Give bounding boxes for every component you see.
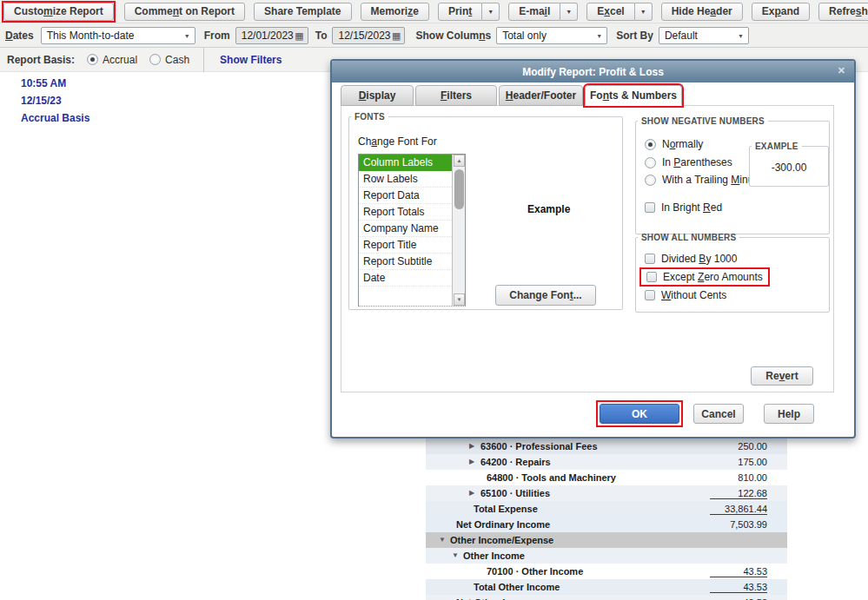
in-parentheses-radio-label[interactable]: In Parentheses (662, 156, 732, 168)
sort-by-label: Sort By (616, 30, 653, 42)
normally-radio[interactable] (645, 139, 656, 150)
print-button[interactable]: Print (438, 3, 482, 21)
report-row-label: 64200 · Repairs (480, 457, 551, 467)
dialog-titlebar: Modify Report: Profit & Loss ✕ (332, 61, 854, 82)
list-item[interactable]: Column Labels (359, 155, 452, 171)
share-template-button[interactable]: Share Template (254, 3, 351, 21)
tab-filters[interactable]: Filters (415, 85, 497, 106)
without-cents-checkbox-label[interactable]: Without Cents (661, 289, 726, 301)
expand-button[interactable]: Expand (752, 3, 810, 21)
report-row-label: 70100 · Other Income (487, 566, 583, 577)
table-row: Net Other Income 43.53 (426, 595, 787, 600)
change-font-button[interactable]: Change Font... (495, 285, 596, 306)
report-row-label: Total Other Income (474, 582, 560, 592)
except-zero-amounts-checkbox[interactable] (646, 272, 657, 282)
listbox-scrollbar[interactable]: ▲ ▼ (452, 155, 465, 306)
ok-annotation-box: OK (596, 400, 683, 427)
divided-by-1000-checkbox-label[interactable]: Divided By 1000 (661, 253, 737, 265)
in-bright-red-checkbox-label[interactable]: In Bright Red (661, 201, 722, 214)
report-row-label: 64800 · Tools and Machinery (487, 472, 616, 483)
profit-loss-report-rows: ▶ 63600 · Professional Fees 250.00 ▶ 642… (426, 438, 787, 600)
collapse-arrow-icon[interactable]: ▼ (439, 537, 446, 544)
list-item[interactable]: Date (359, 270, 452, 287)
font-target-listbox[interactable]: Column Labels Row Labels Report Data Rep… (358, 154, 466, 307)
report-row-value: 810.00 (738, 472, 767, 483)
trailing-minus-radio[interactable] (645, 175, 656, 186)
expand-arrow-icon[interactable]: ▶ (469, 490, 474, 497)
scrollbar-thumb[interactable] (454, 169, 464, 209)
tab-display[interactable]: Display (341, 85, 414, 106)
cash-radio[interactable] (149, 54, 161, 65)
report-time: 10:55 AM (21, 77, 66, 89)
from-label: From (204, 30, 230, 42)
divided-by-1000-checkbox[interactable] (645, 254, 655, 264)
report-basis-text: Accrual Basis (21, 112, 89, 124)
customize-report-button[interactable]: Customize Report (3, 3, 114, 21)
help-button[interactable]: Help (764, 404, 814, 424)
from-date-value: 12/01/2023 (242, 30, 294, 42)
sort-by-dropdown[interactable]: Default ▼ (659, 27, 749, 44)
email-dropdown-arrow-icon[interactable]: ▼ (560, 3, 578, 21)
calendar-icon[interactable]: ▦ (392, 30, 401, 42)
tab-fonts-numbers[interactable]: Fonts & Numbers (585, 85, 682, 106)
negative-example-value: -300.00 (750, 162, 828, 174)
refresh-button[interactable]: Refresh (818, 3, 868, 21)
normally-radio-label[interactable]: Normally (662, 138, 703, 150)
excel-split-button: Excel ▼ (586, 3, 652, 21)
list-item[interactable]: Report Subtitle (359, 254, 452, 270)
hide-header-button[interactable]: Hide Header (661, 3, 743, 21)
table-row: ▶ 65100 · Utilities 122.68 (426, 485, 787, 501)
expand-arrow-icon[interactable]: ▶ (469, 443, 474, 450)
in-parentheses-radio[interactable] (645, 157, 656, 168)
print-dropdown-arrow-icon[interactable]: ▼ (482, 3, 500, 21)
ok-button[interactable]: OK (600, 404, 679, 424)
chevron-down-icon: ▼ (184, 33, 190, 39)
scroll-down-icon[interactable]: ▼ (454, 293, 465, 306)
negative-example-legend: EXAMPLE (752, 142, 802, 151)
except-zero-amounts-checkbox-label[interactable]: Except Zero Amounts (663, 271, 763, 283)
without-cents-checkbox[interactable] (645, 290, 655, 300)
dates-label: Dates (5, 30, 34, 42)
chevron-down-icon: ▼ (738, 33, 744, 39)
close-icon[interactable]: ✕ (838, 65, 845, 76)
table-row: ▶ 63600 · Professional Fees 250.00 (426, 438, 787, 454)
accrual-radio-label[interactable]: Accrual (103, 54, 137, 66)
report-row-label: 63600 · Professional Fees (480, 441, 598, 452)
excel-button[interactable]: Excel (586, 3, 634, 21)
report-row-label: Other Income (463, 551, 525, 561)
list-item[interactable]: Company Name (359, 221, 452, 237)
show-columns-dropdown[interactable]: Total only ▼ (496, 27, 607, 44)
scroll-up-icon[interactable]: ▲ (454, 155, 465, 167)
divider (203, 48, 204, 72)
memorize-button[interactable]: Memorize (361, 3, 429, 21)
except-zero-annotation-box: Except Zero Amounts (639, 267, 770, 287)
modify-report-dialog: Modify Report: Profit & Loss ✕ Display F… (330, 59, 856, 438)
cancel-button[interactable]: Cancel (693, 404, 744, 424)
to-date-value: 12/15/2023 (338, 30, 390, 42)
list-item[interactable]: Report Totals (359, 204, 452, 221)
calendar-icon[interactable]: ▦ (295, 30, 303, 42)
dates-dropdown[interactable]: This Month-to-date ▼ (41, 27, 195, 44)
report-row-value: 7,503.99 (730, 519, 767, 530)
list-item[interactable]: Report Title (359, 237, 452, 254)
tab-header-footer[interactable]: Header/Footer (499, 85, 583, 106)
to-date-field[interactable]: 12/15/2023 ▦ (332, 27, 405, 44)
dialog-tabs: Display Filters Header/Footer Fonts & Nu… (341, 85, 682, 106)
email-button[interactable]: E-mail (508, 3, 560, 21)
collapse-arrow-icon[interactable]: ▼ (452, 552, 459, 559)
revert-button[interactable]: Revert (751, 366, 813, 386)
cash-radio-label[interactable]: Cash (165, 54, 189, 66)
comment-on-report-button[interactable]: Comment on Report (124, 3, 245, 21)
report-row-value: 43.53 (710, 582, 767, 593)
list-item[interactable]: Report Data (359, 188, 452, 204)
from-date-field[interactable]: 12/01/2023 ▦ (235, 27, 308, 44)
expand-arrow-icon[interactable]: ▶ (469, 458, 474, 465)
list-item[interactable]: Row Labels (359, 171, 452, 188)
trailing-minus-radio-label[interactable]: With a Trailing Minus (662, 174, 759, 186)
excel-dropdown-arrow-icon[interactable]: ▼ (635, 3, 653, 21)
table-row: ▶ 64200 · Repairs 175.00 (426, 454, 787, 470)
show-negative-numbers-group: SHOW NEGATIVE NUMBERS Normally In Parent… (635, 116, 830, 234)
accrual-radio[interactable] (87, 54, 98, 65)
show-filters-link[interactable]: Show Filters (220, 54, 282, 66)
in-bright-red-checkbox[interactable] (645, 202, 655, 213)
